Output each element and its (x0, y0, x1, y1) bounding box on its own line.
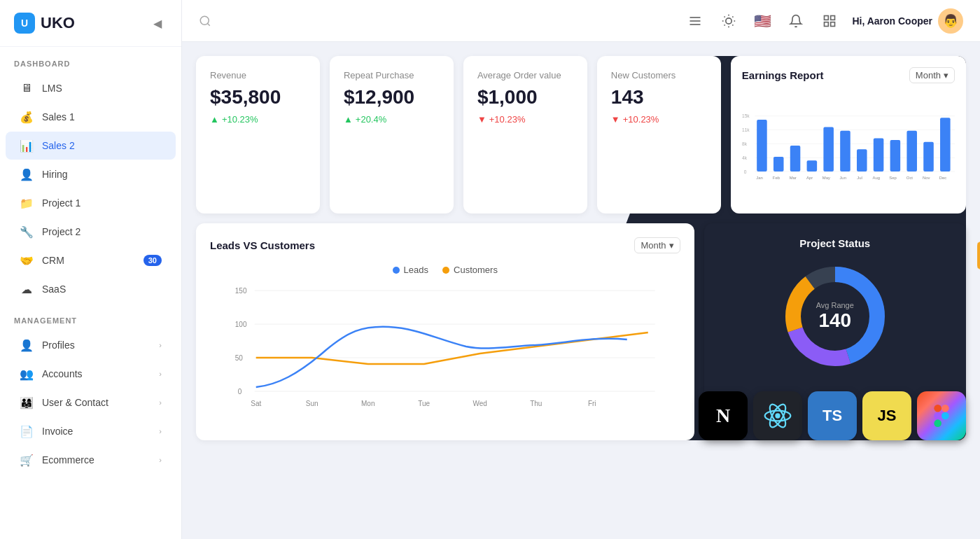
stat-value: $12,900 (344, 86, 440, 108)
svg-rect-34 (874, 138, 884, 172)
svg-rect-13 (825, 15, 829, 20)
svg-text:Tue: Tue (418, 400, 430, 407)
header: 🇺🇸 Hi, Aaron Cooper 👨 (182, 0, 980, 42)
flag-icon[interactable]: 🇺🇸 (751, 10, 774, 32)
sidebar-item-saas[interactable]: ☁ SaaS (6, 275, 176, 303)
dashboard-content: Revenue $35,800 ▲ +10.23% Repeat Purchas… (182, 42, 980, 539)
layouts-button[interactable]: Layouts (976, 241, 980, 270)
accounts-icon: 👥 (20, 367, 34, 381)
svg-text:Aug: Aug (872, 176, 880, 180)
donut-center: Avg Range 140 (816, 301, 854, 332)
trend-up-icon: ▲ (344, 114, 353, 125)
sidebar-item-accounts[interactable]: 👥 Accounts › (6, 360, 176, 388)
sidebar-item-lms[interactable]: 🖥 LMS (6, 74, 176, 102)
svg-rect-29 (790, 146, 801, 172)
sidebar-item-ecommerce[interactable]: 🛒 Ecommerce › (6, 446, 176, 474)
profiles-icon: 👤 (20, 338, 34, 352)
stat-change-value: +10.23% (489, 114, 526, 125)
sidebar-item-label: Invoice (42, 426, 73, 437)
project2-icon: 🔧 (20, 225, 34, 239)
svg-text:Sep: Sep (889, 176, 897, 180)
svg-point-4 (726, 18, 732, 23)
svg-text:Oct: Oct (906, 176, 913, 180)
sidebar-item-project2[interactable]: 🔧 Project 2 (6, 218, 176, 246)
svg-text:Fri: Fri (588, 400, 596, 407)
sidebar-header: U UKO ◀ (0, 0, 181, 47)
svg-text:Feb: Feb (773, 176, 780, 180)
svg-text:Mar: Mar (789, 176, 796, 180)
stat-card-revenue: Revenue $35,800 ▲ +10.23% (196, 56, 320, 214)
sidebar-item-sales2[interactable]: 📊 Sales 2 (6, 132, 176, 160)
sidebar-item-invoice[interactable]: 📄 Invoice › (6, 417, 176, 445)
chevron-icon: › (159, 370, 162, 378)
search-bar[interactable] (199, 15, 211, 27)
trend-up-icon: ▲ (210, 114, 219, 125)
donut-chart: Avg Range 140 (779, 260, 891, 372)
lms-icon: 🖥 (20, 81, 34, 95)
saas-icon: ☁ (20, 282, 34, 296)
svg-text:Sat: Sat (251, 400, 261, 407)
leads-line-chart: 150 100 50 0 Sat (210, 284, 680, 424)
legend-leads: Leads (393, 265, 428, 275)
sidebar-item-sales1[interactable]: 💰 Sales 1 (6, 103, 176, 131)
stat-change-value: +10.23% (222, 114, 258, 125)
svg-text:Jan: Jan (756, 176, 763, 180)
leads-title: Leads VS Customers (210, 239, 315, 251)
dropdown-chevron: ▾ (669, 240, 674, 251)
svg-point-0 (200, 16, 209, 24)
sidebar-item-label: SaaS (42, 284, 66, 295)
stat-value: 143 (611, 86, 707, 108)
svg-text:15k: 15k (742, 113, 750, 118)
menu-icon[interactable] (684, 10, 706, 32)
main-content: 🇺🇸 Hi, Aaron Cooper 👨 Revenue $35,80 (182, 0, 980, 539)
sidebar-item-label: Project 1 (42, 197, 80, 209)
section-label-dashboard: DASHBOARD (0, 47, 181, 74)
theme-icon[interactable] (718, 10, 740, 32)
svg-text:Jun: Jun (839, 176, 846, 180)
collapse-button[interactable]: ◀ (148, 13, 167, 33)
svg-rect-74 (934, 405, 941, 412)
react-icon (753, 391, 802, 440)
sidebar-item-crm[interactable]: 🤝 CRM 30 (6, 246, 176, 274)
svg-text:0: 0 (743, 169, 746, 174)
svg-text:Apr: Apr (806, 176, 813, 180)
invoice-icon: 📄 (20, 424, 34, 438)
sales2-icon: 📊 (20, 139, 34, 153)
svg-rect-27 (757, 120, 767, 172)
sidebar-item-label: Accounts (42, 368, 83, 379)
chevron-icon: › (159, 456, 162, 464)
sidebar: U UKO ◀ DASHBOARD 🖥 LMS 💰 Sales 1 📊 Sale… (0, 0, 182, 539)
svg-text:Sun: Sun (306, 400, 318, 407)
grid-icon[interactable] (818, 10, 841, 32)
ecommerce-icon: 🛒 (20, 453, 34, 467)
month-select[interactable]: Month ▾ (909, 67, 955, 83)
svg-rect-14 (831, 15, 835, 20)
svg-rect-35 (890, 140, 900, 172)
sidebar-item-profiles[interactable]: 👤 Profiles › (6, 331, 176, 359)
avatar: 👨 (938, 8, 963, 34)
svg-line-7 (724, 16, 725, 17)
bell-icon[interactable] (785, 10, 807, 32)
stat-change-value: +10.23% (623, 114, 659, 125)
svg-text:4k: 4k (742, 155, 748, 160)
svg-rect-38 (940, 118, 951, 172)
sidebar-item-project1[interactable]: 📁 Project 1 (6, 189, 176, 217)
sidebar-item-label: Ecommerce (42, 454, 94, 465)
user-info[interactable]: Hi, Aaron Cooper 👨 (852, 8, 963, 34)
sidebar-item-user-contact[interactable]: 👨‍👩‍👧 User & Contact › (6, 388, 176, 416)
customers-label: Customers (454, 265, 498, 275)
stat-change: ▼ +10.23% (611, 114, 707, 125)
leads-dot (393, 267, 400, 274)
earnings-header: Earnings Report Month ▾ (742, 67, 955, 83)
svg-text:Nov: Nov (923, 176, 930, 180)
leads-month-select[interactable]: Month ▾ (634, 237, 680, 253)
svg-text:May: May (822, 176, 830, 180)
stat-change-value: +20.4% (356, 114, 386, 125)
stat-change: ▲ +10.23% (210, 114, 306, 125)
nextjs-icon: N (699, 391, 748, 440)
sidebar-item-hiring[interactable]: 👤 Hiring (6, 160, 176, 188)
svg-text:0: 0 (238, 388, 242, 396)
sidebar-item-label: Hiring (42, 169, 68, 180)
svg-rect-75 (941, 405, 949, 412)
earnings-bar-chart: 15k 11k 8k 4k 0 (742, 94, 955, 200)
